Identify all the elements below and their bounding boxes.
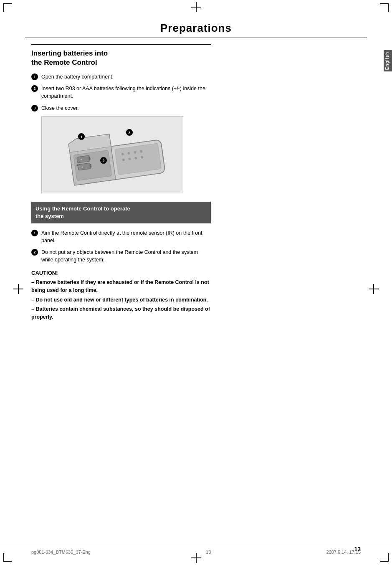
step2-number: 2 bbox=[31, 85, 38, 92]
corner-mark-tr bbox=[380, 3, 389, 12]
corner-mark-bl bbox=[3, 553, 12, 562]
using-step2-number: 2 bbox=[31, 249, 38, 256]
footer: pg001-034_BTM630_37-Eng 13 2007.6.14, 17… bbox=[0, 546, 392, 555]
using-box: Using the Remote Control to operate the … bbox=[31, 202, 211, 223]
step3-number: 3 bbox=[31, 105, 38, 111]
footer-left: pg001-034_BTM630_37-Eng bbox=[31, 550, 91, 555]
crosshair-left bbox=[13, 284, 23, 294]
battery-illustration: + + 1 bbox=[41, 116, 183, 193]
step3-text: Close the cover. bbox=[41, 104, 79, 112]
step2-item: 2 Insert two R03 or AAA batteries follow… bbox=[31, 85, 211, 100]
page-title: Preparations bbox=[0, 22, 392, 35]
corner-mark-tl bbox=[3, 3, 12, 12]
caution-line3: – Batteries contain chemical substances,… bbox=[31, 305, 211, 321]
battery-svg: + + 1 bbox=[42, 117, 167, 190]
step1-number: 1 bbox=[31, 73, 38, 80]
footer-center: 13 bbox=[206, 550, 211, 555]
using-step2-text: Do not put any objects between the Remot… bbox=[41, 248, 211, 263]
caution-section: CAUTION! – Remove batteries if they are … bbox=[31, 269, 211, 321]
using-step1-number: 1 bbox=[31, 230, 38, 236]
title-underline bbox=[25, 38, 367, 38]
using-step1-text: Aim the Remote Control directly at the r… bbox=[41, 229, 211, 244]
crosshair-top bbox=[191, 2, 201, 12]
caution-line1: – Remove batteries if they are exhausted… bbox=[31, 279, 211, 294]
english-tab: English bbox=[384, 50, 392, 71]
corner-mark-br bbox=[380, 553, 389, 562]
step3-item: 3 Close the cover. bbox=[31, 104, 211, 112]
svg-text:+: + bbox=[76, 162, 78, 167]
section1-heading: Inserting batteries into the Remote Cont… bbox=[31, 44, 211, 67]
svg-text:1: 1 bbox=[80, 135, 82, 139]
using-step2-item: 2 Do not put any objects between the Rem… bbox=[31, 248, 211, 263]
step2-text: Insert two R03 or AAA batteries followin… bbox=[41, 85, 211, 100]
caution-line2: – Do not use old and new or different ty… bbox=[31, 296, 211, 304]
step1-text: Open the battery compartment. bbox=[41, 73, 114, 81]
svg-text:2: 2 bbox=[102, 159, 104, 163]
crosshair-right bbox=[369, 284, 379, 294]
caution-title: CAUTION! bbox=[31, 269, 211, 277]
step1-item: 1 Open the battery compartment. bbox=[31, 73, 211, 81]
svg-text:3: 3 bbox=[128, 131, 130, 135]
footer-right: 2007.6.14, 17:15 bbox=[326, 550, 361, 555]
using-step1-item: 1 Aim the Remote Control directly at the… bbox=[31, 229, 211, 244]
main-content: Inserting batteries into the Remote Cont… bbox=[31, 44, 211, 321]
